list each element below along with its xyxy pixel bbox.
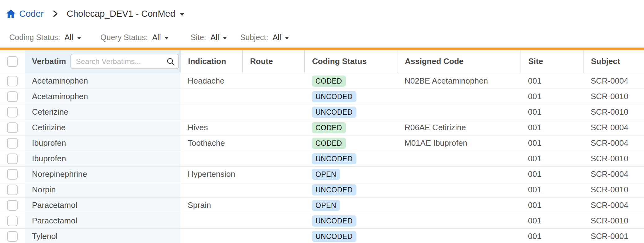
filter-coding-status[interactable]: Coding Status: All [9, 33, 81, 42]
cell-site: 001 [521, 213, 583, 228]
chevron-down-icon [77, 37, 81, 39]
table-row[interactable]: Norepinephrine Hypertension OPEN 001 SCR… [0, 167, 644, 182]
row-checkbox[interactable] [7, 154, 18, 164]
cell-coding-status: CODED [304, 135, 397, 151]
cell-route [242, 213, 304, 228]
row-checkbox[interactable] [7, 138, 18, 149]
row-checkbox-cell [0, 120, 25, 135]
verbatim-column-label: Verbatim [32, 57, 66, 66]
row-checkbox[interactable] [7, 107, 18, 117]
table-row[interactable]: Cetirizine Hives CODED R06AE Cetirizine … [0, 120, 644, 135]
cell-verbatim: Tylenol [25, 229, 180, 243]
cell-coding-status: UNCODED [304, 213, 397, 228]
chevron-right-icon [51, 9, 59, 18]
cell-route [242, 182, 304, 197]
table-row[interactable]: Ibuprofen Toothache CODED M01AE Ibuprofe… [0, 135, 644, 151]
cell-coding-status: UNCODED [304, 229, 397, 243]
cell-coding-status: OPEN [304, 198, 397, 213]
status-badge: CODED [312, 76, 346, 87]
table-row[interactable]: Paracetamol UNCODED 001 SCR-0010 [0, 213, 644, 229]
cell-coding-status: OPEN [304, 167, 397, 182]
cell-coding-status: UNCODED [304, 89, 397, 104]
row-checkbox[interactable] [7, 231, 18, 242]
chevron-down-icon [223, 37, 227, 39]
cell-subject: SCR-0004 [583, 73, 644, 89]
cell-route [242, 167, 304, 182]
study-selector-dropdown[interactable]: Cholecap_DEV1 - ConMed [67, 9, 185, 19]
table-row[interactable]: Acetaminophen Headache CODED N02BE Aceta… [0, 73, 644, 89]
row-checkbox-cell [0, 198, 25, 213]
cell-site: 001 [521, 89, 583, 104]
table-row[interactable]: Tylenol UNCODED 001 SCR-0001 [0, 229, 644, 243]
cell-site: 001 [521, 198, 583, 213]
row-checkbox[interactable] [7, 122, 18, 133]
cell-assigned-code [397, 167, 521, 182]
table-row[interactable]: Norpin UNCODED 001 SCR-0010 [0, 182, 644, 198]
cell-indication: Hives [180, 120, 242, 135]
cell-indication [180, 89, 242, 104]
table-row[interactable]: Ceterizine UNCODED 001 SCR-0010 [0, 104, 644, 120]
row-checkbox-cell [0, 213, 25, 228]
status-badge: OPEN [312, 200, 340, 211]
cell-assigned-code: M01AE Ibuprofen [397, 135, 521, 151]
cell-assigned-code [397, 198, 521, 213]
select-all-checkbox[interactable] [7, 56, 18, 67]
filter-query-status-value: All [152, 33, 161, 42]
cell-verbatim: Ibuprofen [25, 135, 180, 151]
header-verbatim: Verbatim [25, 50, 180, 73]
table-row[interactable]: Acetaminophen UNCODED 001 SCR-0010 [0, 89, 644, 104]
cell-verbatim: Ceterizine [25, 104, 180, 120]
cell-verbatim: Acetaminophen [25, 89, 180, 104]
table-header: Verbatim Indication Route Coding Status … [0, 50, 644, 73]
filter-site-value: All [210, 33, 219, 42]
row-checkbox[interactable] [7, 216, 18, 226]
filter-subject[interactable]: Subject: All [240, 33, 289, 42]
cell-verbatim: Acetaminophen [25, 73, 180, 89]
status-badge: UNCODED [312, 153, 356, 164]
cell-site: 001 [521, 104, 583, 120]
row-checkbox[interactable] [7, 200, 18, 211]
cell-indication [180, 151, 242, 166]
row-checkbox[interactable] [7, 169, 18, 180]
cell-subject: SCR-0004 [583, 167, 644, 182]
cell-assigned-code [397, 151, 521, 166]
table-row[interactable]: Ibuprofen UNCODED 001 SCR-0010 [0, 151, 644, 167]
cell-route [242, 229, 304, 243]
cell-coding-status: UNCODED [304, 182, 397, 197]
header-site: Site [521, 50, 583, 73]
search-input[interactable] [70, 54, 179, 69]
cell-subject: SCR-0010 [583, 104, 644, 120]
filter-subject-value: All [273, 33, 281, 42]
filter-query-status[interactable]: Query Status: All [101, 33, 169, 42]
status-badge: UNCODED [312, 107, 356, 118]
cell-coding-status: CODED [304, 120, 397, 135]
cell-indication [180, 182, 242, 197]
status-badge: UNCODED [312, 215, 356, 227]
cell-verbatim: Cetirizine [25, 120, 180, 135]
cell-subject: SCR-0010 [583, 151, 644, 166]
cell-site: 001 [521, 229, 583, 243]
search-icon[interactable] [166, 57, 175, 66]
filter-site[interactable]: Site: All [190, 33, 227, 42]
status-badge: UNCODED [312, 231, 356, 242]
table-row[interactable]: Paracetamol Sprain OPEN 001 SCR-0004 [0, 198, 644, 213]
cell-coding-status: CODED [304, 73, 397, 89]
row-checkbox-cell [0, 89, 25, 104]
cell-indication: Sprain [180, 198, 242, 213]
home-button[interactable] [6, 8, 16, 19]
cell-verbatim: Norepinephrine [25, 167, 180, 182]
row-checkbox[interactable] [7, 91, 18, 102]
row-checkbox-cell [0, 73, 25, 89]
row-checkbox[interactable] [7, 185, 18, 195]
breadcrumb-coder-link[interactable]: Coder [19, 9, 44, 19]
cell-verbatim: Paracetamol [25, 198, 180, 213]
cell-indication: Headache [180, 73, 242, 89]
home-icon [6, 8, 16, 19]
row-checkbox-cell [0, 229, 25, 243]
cell-subject: SCR-0004 [583, 120, 644, 135]
header-indication: Indication [180, 50, 242, 73]
cell-site: 001 [521, 151, 583, 166]
cell-indication [180, 104, 242, 120]
row-checkbox[interactable] [7, 76, 18, 86]
cell-assigned-code: N02BE Acetaminophen [397, 73, 521, 89]
